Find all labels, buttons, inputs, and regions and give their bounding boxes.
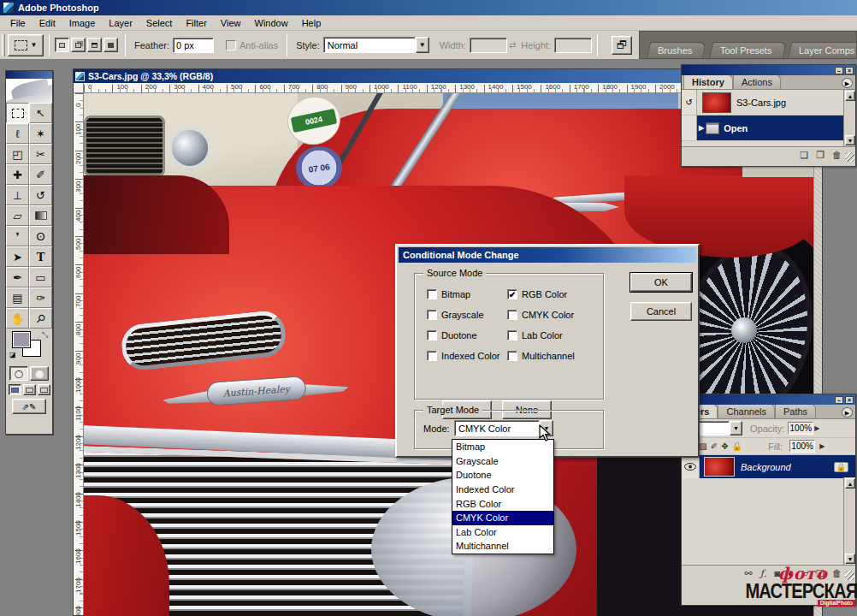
subtract-from-selection-button[interactable] <box>87 38 102 52</box>
lock-transparency-icon[interactable]: ▨ <box>699 441 706 451</box>
dropdown-item-lab-color[interactable]: Lab Color <box>452 525 553 540</box>
menu-view[interactable]: View <box>214 16 248 30</box>
dodge-tool[interactable]: ʘ <box>29 226 52 246</box>
edit-in-imageready-button[interactable]: ⇗✎ <box>12 399 46 414</box>
checkbox-box[interactable] <box>427 289 437 299</box>
checkbox-indexed-color[interactable]: Indexed Color <box>427 351 500 361</box>
layers-scrollbar[interactable]: ▲ ▼ <box>843 477 855 565</box>
options-bar-grip[interactable] <box>2 34 5 56</box>
feather-input[interactable]: 0 px <box>173 38 214 53</box>
opacity-slider-arrow-icon[interactable]: ▶ <box>814 424 819 432</box>
fill-value[interactable]: 100% <box>789 440 815 453</box>
menu-image[interactable]: Image <box>62 16 103 30</box>
fullscreen-button[interactable] <box>38 384 50 395</box>
checkbox-rgb-color[interactable]: ✔RGB Color <box>507 289 567 299</box>
foreground-color-swatch[interactable] <box>12 331 31 348</box>
dropdown-item-indexed-color[interactable]: Indexed Color <box>452 483 553 497</box>
pen-tool[interactable]: ✒ <box>6 267 29 287</box>
type-tool[interactable]: T <box>29 246 52 267</box>
standard-mode-button[interactable]: ◯ <box>9 366 28 381</box>
dialog-titlebar[interactable]: Conditional Mode Change <box>399 247 696 263</box>
palette-menu-icon[interactable]: ▶ <box>842 78 853 88</box>
history-brush-source-well[interactable]: ↺ <box>682 90 697 115</box>
clone-stamp-tool[interactable]: ⊥ <box>6 185 29 205</box>
checkbox-multichannel[interactable]: Multichannel <box>507 351 575 361</box>
crop-tool[interactable]: ◰ <box>6 144 29 164</box>
swap-dimensions-icon[interactable]: ⇄ <box>509 40 516 50</box>
app-titlebar[interactable]: Adobe Photoshop <box>0 0 857 15</box>
well-tab-tool-presets[interactable]: Tool Presets <box>709 42 787 58</box>
toolbox-titlebar[interactable] <box>6 71 52 79</box>
history-scrollbar[interactable]: ▲ ▼ <box>843 90 855 146</box>
checkbox-box[interactable] <box>427 330 437 341</box>
history-state-row[interactable]: ▶ Open <box>682 116 855 141</box>
tab-history[interactable]: History <box>683 75 733 89</box>
hand-tool[interactable]: ✋ <box>6 308 29 329</box>
width-input[interactable] <box>470 38 507 53</box>
opacity-value[interactable]: 100% <box>788 422 813 435</box>
history-brush-source-well[interactable] <box>682 116 697 140</box>
new-snapshot-icon[interactable]: ❒ <box>816 150 824 161</box>
visibility-toggle[interactable] <box>682 455 700 478</box>
checkbox-box[interactable] <box>427 310 437 320</box>
zoom-tool[interactable]: ⚲ <box>29 308 52 329</box>
menu-filter[interactable]: Filter <box>179 16 213 30</box>
layer-row-background[interactable]: Background 🔒 <box>682 455 855 478</box>
scroll-down-icon[interactable]: ▼ <box>845 554 855 564</box>
checkbox-box[interactable] <box>507 330 517 341</box>
rectangular-marquee-tool[interactable] <box>6 103 29 123</box>
gradient-tool[interactable] <box>29 205 52 226</box>
slice-tool[interactable]: ✂ <box>29 144 52 164</box>
vertical-ruler[interactable]: 0100200300400500600700800900100011001200… <box>74 93 84 615</box>
layers-palette-titlebar[interactable]: – × <box>682 394 855 405</box>
fullscreen-menubar-button[interactable] <box>23 384 36 395</box>
style-combobox[interactable]: Normal ▼ <box>323 37 429 53</box>
well-tab-layer-comps[interactable]: Layer Comps <box>788 42 857 58</box>
close-icon[interactable]: × <box>845 67 854 74</box>
quickmask-mode-button[interactable]: ⬤ <box>30 366 49 381</box>
menu-edit[interactable]: Edit <box>33 16 62 30</box>
dropdown-item-grayscale[interactable]: Grayscale <box>452 454 553 469</box>
swap-colors-icon[interactable]: ⤡ <box>42 330 48 340</box>
minimize-icon[interactable]: – <box>835 396 843 404</box>
eraser-tool[interactable]: ▱ <box>6 205 29 226</box>
menu-file[interactable]: File <box>3 16 33 30</box>
shape-tool[interactable]: ▭ <box>29 267 52 287</box>
style-combo-arrow[interactable]: ▼ <box>416 37 429 53</box>
checkbox-box[interactable] <box>507 351 517 361</box>
height-input[interactable] <box>554 38 592 53</box>
dropdown-item-duotone[interactable]: Duotone <box>452 468 553 483</box>
checkbox-box[interactable] <box>427 351 437 361</box>
ruler-origin-corner[interactable] <box>74 83 84 93</box>
checkbox-duotone[interactable]: Duotone <box>427 330 477 341</box>
dropdown-item-rgb-color[interactable]: RGB Color <box>452 496 553 511</box>
notes-tool[interactable]: ▤ <box>6 287 29 308</box>
checkbox-grayscale[interactable]: Grayscale <box>427 310 484 320</box>
lock-all-icon[interactable]: 🔒 <box>732 441 742 451</box>
lock-position-icon[interactable]: ✥ <box>721 441 728 451</box>
history-snapshot-row[interactable]: ↺ S3-Cars.jpg <box>682 90 855 116</box>
toolbox-feather-logo[interactable] <box>6 79 52 103</box>
standard-screen-button[interactable] <box>9 384 21 395</box>
tab-actions[interactable]: Actions <box>733 75 781 89</box>
delete-state-icon[interactable]: 🗑 <box>832 150 842 160</box>
add-to-selection-button[interactable] <box>71 38 86 52</box>
intersect-selection-button[interactable] <box>103 38 118 52</box>
scroll-down-icon[interactable]: ▼ <box>845 135 855 145</box>
move-tool[interactable]: ↖ <box>29 103 52 123</box>
history-palette-titlebar[interactable]: – × <box>682 65 855 75</box>
dropdown-item-multichannel[interactable]: Multichannel <box>452 539 553 554</box>
tool-preset-picker[interactable]: ▼ <box>8 34 44 56</box>
fill-slider-arrow-icon[interactable]: ▶ <box>819 442 824 450</box>
lasso-tool[interactable]: ℓ <box>6 123 29 144</box>
close-icon[interactable]: × <box>845 396 854 404</box>
checkbox-cmyk-color[interactable]: CMYK Color <box>507 310 574 320</box>
tab-paths[interactable]: Paths <box>775 405 816 418</box>
new-document-from-state-icon[interactable]: ❏ <box>800 150 808 161</box>
well-tab-brushes[interactable]: Brushes <box>647 42 706 58</box>
anti-alias-checkbox[interactable] <box>226 40 236 50</box>
scroll-up-icon[interactable]: ▲ <box>845 478 855 489</box>
tab-channels[interactable]: Channels <box>718 405 774 418</box>
path-selection-tool[interactable]: ➤ <box>6 246 29 267</box>
menu-help[interactable]: Help <box>295 16 328 30</box>
